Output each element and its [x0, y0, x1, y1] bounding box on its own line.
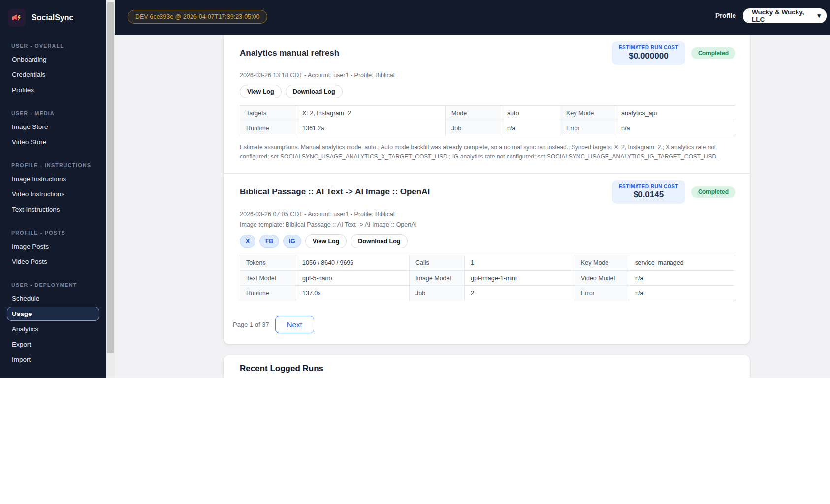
- usage-runs-card: Analytics manual refresh ESTIMATED RUN C…: [224, 35, 750, 344]
- run-title: Biblical Passage :: AI Text -> AI Image …: [240, 187, 430, 197]
- logo-row: SocialSync: [7, 8, 99, 30]
- sidebar-item-image-store[interactable]: Image Store: [7, 120, 99, 134]
- sidebar-section-profile-posts: PROFILE - POSTS Image Posts Video Posts: [7, 228, 99, 269]
- cell-label: Job: [446, 121, 501, 136]
- cost-value: $0.0145: [619, 190, 678, 200]
- run-detail-table: Tokens 1056 / 8640 / 9696 Calls 1 Key Mo…: [240, 255, 735, 301]
- cell-value: service_managed: [629, 255, 735, 271]
- cell-value: 137.0s: [296, 286, 410, 301]
- network-badge-fb: FB: [259, 235, 279, 248]
- run-title: Analytics manual refresh: [240, 48, 339, 58]
- cell-value: auto: [501, 106, 560, 121]
- scrollbar-thumb[interactable]: [107, 2, 114, 353]
- profile-group: Profile Wucky & Wucky, LLC ▾: [715, 8, 827, 23]
- recent-runs-title: Recent Logged Runs: [240, 364, 734, 374]
- sidebar-item-image-posts[interactable]: Image Posts: [7, 239, 99, 253]
- app-window: SocialSync USER - OVERALL Onboarding Cre…: [0, 0, 830, 378]
- chevron-down-icon: ▾: [817, 12, 821, 19]
- cell-label: Text Model: [240, 271, 296, 286]
- cell-label: Runtime: [240, 121, 296, 136]
- sidebar-item-onboarding[interactable]: Onboarding: [7, 52, 99, 66]
- run-meta: 2026-03-26 07:05 CDT - Account: user1 - …: [240, 211, 735, 218]
- sidebar-item-usage[interactable]: Usage: [7, 307, 99, 321]
- network-badge-x: X: [240, 235, 255, 248]
- sidebar-item-video-posts[interactable]: Video Posts: [7, 254, 99, 269]
- cell-label: Calls: [410, 255, 465, 271]
- cell-value: 2: [465, 286, 575, 301]
- megaphone-logo-icon: [8, 9, 26, 27]
- status-badge: Completed: [691, 186, 735, 198]
- cell-label: Error: [560, 121, 615, 136]
- cell-label: Key Mode: [560, 106, 615, 121]
- sidebar-section-user-media: USER - MEDIA Image Store Video Store: [7, 108, 99, 149]
- cell-label: Video Model: [575, 271, 629, 286]
- run-meta: 2026-03-26 13:18 CDT - Account: user1 - …: [240, 72, 735, 79]
- section-label: USER - DEPLOYMENT: [7, 280, 99, 290]
- content-scroll-area[interactable]: Analytics manual refresh ESTIMATED RUN C…: [115, 35, 830, 378]
- estimate-assumptions-note: Estimate assumptions: Manual analytics m…: [240, 143, 735, 161]
- section-label: USER - OVERALL: [7, 41, 99, 51]
- status-badge: Completed: [691, 47, 735, 59]
- run-detail-table: Targets X: 2, Instagram: 2 Mode auto Key…: [240, 105, 735, 136]
- estimated-run-cost-box: ESTIMATED RUN COST $0.000000: [612, 41, 685, 65]
- recent-runs-subtitle: Latest 10 run history links carried over…: [240, 377, 734, 378]
- download-log-button[interactable]: Download Log: [351, 234, 408, 248]
- cell-value: n/a: [615, 121, 735, 136]
- profile-label: Profile: [715, 12, 736, 19]
- download-log-button[interactable]: Download Log: [286, 85, 343, 98]
- sidebar-item-schedule[interactable]: Schedule: [7, 291, 99, 306]
- cell-value: n/a: [629, 286, 735, 301]
- sidebar-section-profile-instructions: PROFILE - INSTRUCTIONS Image Instruction…: [7, 160, 99, 217]
- section-label: USER - MEDIA: [7, 108, 99, 119]
- sidebar: SocialSync USER - OVERALL Onboarding Cre…: [0, 0, 106, 378]
- next-page-button[interactable]: Next: [275, 316, 314, 333]
- topbar: DEV 6ce393e @ 2026-04-07T17:39:23-05:00 …: [115, 0, 830, 35]
- main-area: DEV 6ce393e @ 2026-04-07T17:39:23-05:00 …: [115, 0, 830, 378]
- cell-value: analytics_api: [615, 106, 735, 121]
- estimated-run-cost-box: ESTIMATED RUN COST $0.0145: [612, 180, 685, 204]
- cell-value: n/a: [501, 121, 560, 136]
- table-row: Targets X: 2, Instagram: 2 Mode auto Key…: [240, 106, 735, 121]
- cell-value: 1361.2s: [296, 121, 446, 136]
- network-badge-ig: IG: [283, 235, 301, 248]
- sidebar-item-analytics[interactable]: Analytics: [7, 322, 99, 336]
- section-label: PROFILE - INSTRUCTIONS: [7, 160, 99, 171]
- app-title: SocialSync: [32, 13, 73, 22]
- table-row: Text Model gpt-5-nano Image Model gpt-im…: [240, 271, 735, 286]
- cell-label: Tokens: [240, 255, 296, 271]
- recent-logged-runs-card: Recent Logged Runs Latest 10 run history…: [224, 355, 750, 378]
- cell-value: 1: [465, 255, 575, 271]
- cell-label: Runtime: [240, 286, 296, 301]
- sidebar-item-export[interactable]: Export: [7, 337, 99, 351]
- sidebar-item-text-instructions[interactable]: Text Instructions: [7, 202, 99, 217]
- sidebar-item-import[interactable]: Import: [7, 352, 99, 367]
- table-row: Tokens 1056 / 8640 / 9696 Calls 1 Key Mo…: [240, 255, 735, 271]
- cell-value: 1056 / 8640 / 9696: [296, 255, 410, 271]
- sidebar-item-video-instructions[interactable]: Video Instructions: [7, 187, 99, 201]
- sidebar-item-profiles[interactable]: Profiles: [7, 83, 99, 97]
- image-template-line: Image template: Biblical Passage :: AI T…: [240, 221, 735, 228]
- cell-label: Key Mode: [575, 255, 629, 271]
- sidebar-item-credentials[interactable]: Credentials: [7, 67, 99, 82]
- cell-label: Job: [410, 286, 465, 301]
- run-entry-analytics-refresh: Analytics manual refresh ESTIMATED RUN C…: [224, 35, 750, 173]
- sidebar-scrollbar[interactable]: [106, 0, 115, 378]
- cell-label: Mode: [446, 106, 501, 121]
- cost-value: $0.000000: [619, 51, 678, 61]
- sidebar-section-user-deployment: USER - DEPLOYMENT Schedule Usage Analyti…: [7, 280, 99, 367]
- sidebar-section-user-overall: USER - OVERALL Onboarding Credentials Pr…: [7, 41, 99, 97]
- page-indicator: Page 1 of 37: [233, 321, 269, 328]
- cell-value: gpt-5-nano: [296, 271, 410, 286]
- profile-select[interactable]: Wucky & Wucky, LLC ▾: [743, 8, 827, 23]
- view-log-button[interactable]: View Log: [305, 234, 347, 248]
- sidebar-item-image-instructions[interactable]: Image Instructions: [7, 172, 99, 186]
- sidebar-item-video-store[interactable]: Video Store: [7, 135, 99, 149]
- cell-value: X: 2, Instagram: 2: [296, 106, 446, 121]
- cell-label: Image Model: [410, 271, 465, 286]
- cell-label: Targets: [240, 106, 296, 121]
- cost-label: ESTIMATED RUN COST: [619, 184, 678, 189]
- section-label: PROFILE - POSTS: [7, 228, 99, 238]
- cell-value: gpt-image-1-mini: [465, 271, 575, 286]
- pagination: Page 1 of 37 Next: [224, 313, 750, 344]
- view-log-button[interactable]: View Log: [240, 85, 282, 98]
